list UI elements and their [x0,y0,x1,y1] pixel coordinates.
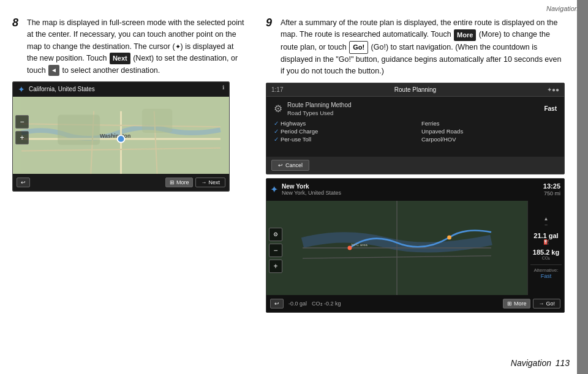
map-topbar-info: ℹ [222,84,224,91]
route-more-label: More [514,301,527,307]
sidebar-accent [577,0,588,374]
route-body: ⚙ Route Planning Method Road Types Used … [266,97,564,157]
map-topbar: ✦ California, United States ℹ [13,82,229,97]
co2-bottom-val2: -0.2 [324,301,334,307]
route-method-label: Route Planning Method [287,102,352,108]
map-back-button[interactable]: ↩ [17,178,30,187]
route-planning-title: Route Planning [394,86,436,93]
svg-text:NYC area: NYC area [352,242,368,246]
next-arrow-icon: → [201,179,206,185]
co2-val1: -0.0 gal [288,301,307,307]
go-inline-btn: Go! [349,41,368,54]
route-stats: 13:25 750 mi [543,182,560,196]
co2-bottom-val1: -0.0 [288,301,298,307]
map-route-right-panel: ▲-- 21.1 gal ⛽ 185.2 kg CO₂ Alternative:… [527,201,564,295]
map-route-bottombar: ↩ -0.0 gal CO₂ -0.2 kg ⊞ More → [266,295,564,312]
more-inline-btn: More [454,29,476,41]
route-map-btn3[interactable]: + [269,260,282,273]
co2-val2: CO₂ -0.2 kg [312,301,341,307]
fuel-stat1: 21.1 gal ⛽ [530,232,562,245]
back-inline-icon: ◄ [48,65,59,76]
map-zoom-out-btn[interactable]: − [15,115,29,129]
route-map-btn1[interactable]: ⚙ [269,228,282,241]
fuel-label2: CO₂ [530,256,562,261]
map-terrain-svg: Washington [13,97,229,174]
step9-column: 9 After a summary of the route plan is d… [266,17,565,350]
route-time: 1:17 [271,86,283,93]
arrow-up-indicator: ▲-- [544,216,549,227]
map-more-button[interactable]: ⊞ More [165,178,194,187]
route-bottombar: ↩ Cancel [266,157,564,174]
svg-text:Washington: Washington [100,133,130,139]
route-icons: ✦●● [547,86,559,93]
svg-rect-7 [58,114,100,144]
map-route-svg: NYC area [266,201,527,295]
map-next-label: Next [208,179,220,185]
co2-bottom-unit1: gal [300,301,307,307]
map-more-label: More [176,179,189,185]
route-eta-time: 13:25 [543,182,560,190]
map-location-text: California, United States [29,86,95,93]
route-type-ferries: Ferries [421,120,557,127]
route-back-icon: ↩ [274,301,279,307]
step9-header: 9 After a summary of the route plan is d… [266,17,565,78]
map-body: Washington − + [13,97,229,174]
route-map-icon: ⊞ [507,301,512,307]
route-go-button[interactable]: → Go! [533,299,560,309]
page-footer: Navigation 113 [511,358,570,368]
route-method-row: ⚙ Route Planning Method Road Types Used … [274,102,557,116]
step8-number: 8 [12,17,23,28]
route-more-button[interactable]: ⊞ More [503,299,531,309]
step9-number: 9 [266,17,277,28]
map-bottombar: ↩ ⊞ More → Next [13,174,229,191]
route-dest-icon: ✦ [270,184,278,195]
fuel-label1: ⛽ [530,239,562,245]
alternative-box: Alternative: Fast [530,264,562,279]
route-type-carpool: Carpool/HOV [421,136,557,143]
alternative-label: Alternative: [530,267,562,273]
route-cancel-button[interactable]: ↩ Cancel [271,160,309,171]
route-type-period: ✓Period Charge [274,128,409,135]
route-back-button[interactable]: ↩ [270,299,284,309]
route-map-btn2[interactable]: − [269,244,282,257]
map-route-left-controls: ⚙ − + [269,228,282,273]
step8-text: The map is displayed in full-screen mode… [27,17,245,77]
back-arrow-icon: ↩ [21,179,26,185]
map-next-button[interactable]: → Next [195,178,225,187]
cancel-label: Cancel [285,162,303,168]
map-route-screen: ✦ New York New York, United States 13:25… [266,178,565,313]
go-arrow-icon: → [538,301,544,307]
route-go-label: Go! [546,301,555,307]
step8-map-screen: ✦ California, United States ℹ [12,81,230,192]
route-topbar: 1:17 Route Planning ✦●● [266,83,564,97]
co2-label: CO₂ [312,301,323,307]
fuel-stat2: 185.2 kg CO₂ [530,249,562,261]
map-left-controls: − + [15,115,29,144]
page-number: 113 [556,358,570,368]
svg-point-16 [447,235,451,239]
map-zoom-in-btn[interactable]: + [15,131,29,144]
route-dest-name: New York [282,183,540,190]
map-nav-icon: ✦ [18,84,25,94]
route-type-highways: ✓Highways [274,120,409,127]
route-dest-info: New York New York, United States [282,183,540,196]
fuel-value1: 21.1 gal [530,232,562,239]
svg-rect-8 [142,109,172,133]
footer-nav-text: Navigation [511,358,551,368]
alternative-value: Fast [530,273,562,279]
route-road-types-label: Road Types Used [287,110,539,116]
main-content: 8 The map is displayed in full-screen mo… [0,0,577,374]
step9-text: After a summary of the route plan is dis… [281,17,565,78]
map-route-body: NYC area ⚙ − + [266,201,527,295]
route-eta-dist: 750 mi [544,190,560,196]
fuel-value2: 185.2 kg [530,249,562,256]
route-planning-screen: 1:17 Route Planning ✦●● ⚙ Route Planning… [266,83,565,174]
step8-header: 8 The map is displayed in full-screen mo… [12,17,245,77]
map-location-name: California, United States [29,86,95,93]
svg-point-15 [348,245,352,250]
route-type-unpaved: Unpaved Roads [421,128,557,135]
cancel-icon: ↩ [278,162,283,168]
route-method-value: Fast [544,105,557,112]
route-icon: ⚙ [274,103,282,114]
map-route-topbar: ✦ New York New York, United States 13:25… [266,179,564,201]
